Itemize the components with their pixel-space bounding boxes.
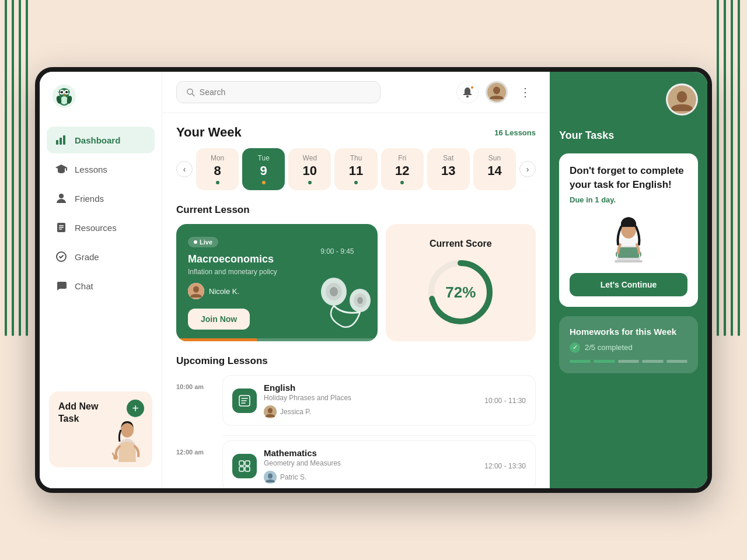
notification-dot — [470, 85, 474, 90]
sidebar: Dashboard Lessons — [40, 72, 162, 488]
hw-progress-bars — [570, 360, 687, 363]
top-bar: ⋮ — [162, 72, 550, 113]
lesson-english-name: English — [264, 383, 477, 393]
continue-button[interactable]: Let's Continue — [570, 273, 687, 296]
score-value: 72% — [445, 283, 476, 301]
svg-point-50 — [268, 474, 273, 479]
svg-point-31 — [493, 87, 500, 94]
lesson-english-teacher-row: Jessica P. — [264, 405, 477, 418]
cal-day-tue[interactable]: Tue9 — [242, 148, 285, 190]
sidebar-item-chat-label: Chat — [75, 281, 93, 291]
hw-completed: ✓ 2/5 completed — [570, 342, 687, 353]
time-slot-2: 12:00 am Mathematics Geo — [176, 440, 536, 488]
svg-point-5 — [61, 91, 63, 93]
live-lesson-card: Live Macroeconomics 9:00 - 9:45 Inflatio… — [176, 224, 378, 341]
svg-rect-45 — [239, 461, 244, 466]
svg-point-6 — [65, 91, 68, 93]
patric-name: Patric S. — [280, 473, 306, 481]
lesson-english-time: 10:00 - 11:30 — [484, 397, 526, 405]
sidebar-item-chat[interactable]: Chat — [47, 272, 155, 299]
jessica-name: Jessica P. — [280, 408, 311, 416]
sidebar-item-lessons[interactable]: Lessons — [47, 156, 155, 183]
nav-items: Dashboard Lessons — [40, 127, 162, 382]
sidebar-item-dashboard[interactable]: Dashboard — [47, 127, 155, 153]
deco-lines-left — [0, 0, 35, 560]
sidebar-item-lessons-label: Lessons — [75, 164, 107, 174]
homework-card: Homeworks for this Week ✓ 2/5 completed — [559, 316, 698, 373]
svg-point-33 — [193, 286, 199, 293]
lesson-math-sub: Geometry and Measures — [264, 459, 477, 467]
hw-bar-4 — [642, 360, 663, 363]
add-task-card[interactable]: Add New Task + — [49, 391, 152, 467]
teacher-row: Nicole K. — [188, 283, 366, 299]
lesson-progress-bar — [176, 338, 378, 341]
cal-day-mon[interactable]: Mon8 — [196, 148, 239, 190]
english-icon — [232, 388, 257, 413]
sidebar-item-grade[interactable]: Grade — [47, 243, 155, 270]
profile-circle[interactable] — [666, 83, 698, 116]
svg-point-18 — [59, 194, 64, 198]
cal-day-sat[interactable]: Sat13 — [427, 148, 470, 190]
upcoming-lesson-1-wrap: 10:00 am English Holiday Phrases and Pla… — [176, 375, 536, 436]
cal-day-thu[interactable]: Thu11 — [334, 148, 377, 190]
lesson-english-sub: Holiday Phrases and Places — [264, 394, 477, 402]
lesson-math-time: 12:00 - 13:30 — [484, 462, 526, 470]
sidebar-item-resources[interactable]: Resources — [47, 214, 155, 241]
time-label-2: 12:00 am — [176, 440, 214, 456]
current-lesson-row: Live Macroeconomics 9:00 - 9:45 Inflatio… — [176, 224, 536, 341]
join-now-button[interactable]: Join Now — [188, 309, 250, 330]
calendar-next-button[interactable]: › — [519, 161, 536, 177]
svg-rect-17 — [66, 167, 67, 171]
task-due: Due in 1 day. — [570, 195, 687, 204]
svg-point-44 — [268, 408, 273, 414]
svg-rect-46 — [245, 461, 250, 466]
chart-icon — [55, 134, 68, 146]
person-icon — [55, 192, 68, 205]
search-input[interactable] — [200, 88, 371, 97]
calendar-prev-button[interactable]: ‹ — [176, 161, 193, 177]
lesson-item-math-info: Mathematics Geometry and Measures — [264, 448, 477, 484]
cal-day-wed[interactable]: Wed10 — [288, 148, 331, 190]
time-slot-1: 10:00 am English Holiday Phrases and Pla… — [176, 375, 536, 430]
cal-day-sun[interactable]: Sun14 — [473, 148, 516, 190]
add-task-figure — [107, 412, 148, 467]
lesson-item-english: English Holiday Phrases and Places — [222, 375, 536, 426]
content-area: Your Week 16 Lessons ‹ Mon8Tue9Wed10Thu1… — [162, 113, 550, 488]
live-dot — [194, 240, 197, 244]
svg-rect-15 — [63, 135, 65, 145]
svg-rect-13 — [56, 140, 58, 145]
sidebar-item-friends[interactable]: Friends — [47, 185, 155, 212]
lesson-progress-fill — [176, 338, 257, 341]
score-card: Current Score 72% — [386, 224, 536, 341]
week-calendar: ‹ Mon8Tue9Wed10Thu11Fri12Sat13Sun14 › — [176, 148, 536, 190]
more-options-button[interactable]: ⋮ — [515, 83, 536, 102]
calendar-days: Mon8Tue9Wed10Thu11Fri12Sat13Sun14 — [196, 148, 516, 190]
task-card: Don't forget to complete your task for E… — [559, 153, 698, 307]
top-bar-right: ⋮ — [456, 81, 536, 103]
svg-rect-14 — [60, 138, 62, 145]
tasks-panel-title: Your Tasks — [559, 130, 698, 142]
current-lesson-section-title: Current Lesson — [176, 204, 536, 216]
lesson-subject: Macroeconomics — [188, 253, 274, 265]
hw-bar-1 — [570, 360, 591, 363]
lesson-item-math: Mathematics Geometry and Measures — [222, 440, 536, 488]
main-content: ⋮ Your Week 16 Lessons ‹ Mon8Tue9Wed10Th… — [162, 72, 550, 488]
lesson-math-name: Mathematics — [264, 448, 477, 458]
upcoming-section-title: Upcoming Lessons — [176, 355, 536, 367]
user-avatar-button[interactable] — [486, 81, 508, 103]
teacher-avatar — [188, 283, 204, 299]
task-text: Don't forget to complete your task for E… — [570, 164, 687, 192]
sidebar-logo — [40, 83, 162, 127]
hw-bar-2 — [594, 360, 615, 363]
notification-button[interactable] — [456, 81, 479, 103]
svg-point-29 — [466, 96, 469, 98]
lesson-time: 9:00 - 9:45 — [320, 247, 354, 256]
svg-point-52 — [677, 91, 687, 103]
cal-day-fri[interactable]: Fri12 — [381, 148, 424, 190]
hw-bar-3 — [618, 360, 639, 363]
device-frame: Dashboard Lessons — [35, 67, 712, 493]
svg-rect-22 — [59, 229, 62, 230]
hw-title: Homeworks for this Week — [570, 327, 687, 337]
search-bar[interactable] — [176, 81, 381, 103]
svg-rect-48 — [245, 467, 250, 471]
